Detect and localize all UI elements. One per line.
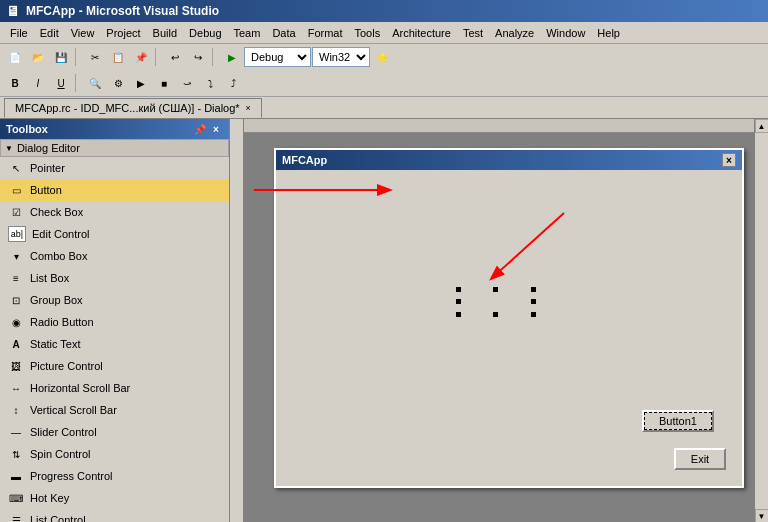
toolbox-pin-icon[interactable]: 📌 xyxy=(193,122,207,136)
tb-step-in[interactable]: ⤵ xyxy=(199,72,221,94)
menu-project[interactable]: Project xyxy=(100,25,146,41)
main-layout: Toolbox 📌 × Dialog Editor ↖ Pointer ▭ Bu… xyxy=(0,119,768,522)
toolbar-row-1: 📄 📂 💾 ✂ 📋 📌 ↩ ↪ ▶ Debug Release Win32 x6… xyxy=(0,44,768,70)
menu-file[interactable]: File xyxy=(4,25,34,41)
toolbox-item-label: Vertical Scroll Bar xyxy=(30,404,117,416)
tb-cut[interactable]: ✂ xyxy=(84,46,106,68)
exit-button[interactable]: Exit xyxy=(674,448,726,470)
canvas-wrapper[interactable]: MFCApp × xyxy=(244,119,754,522)
hot-key-icon: ⌨ xyxy=(8,490,24,506)
toolbox-item-vertical-scroll[interactable]: ↕ Vertical Scroll Bar xyxy=(0,399,229,421)
menu-architecture[interactable]: Architecture xyxy=(386,25,457,41)
menu-data[interactable]: Data xyxy=(266,25,301,41)
tb-star[interactable]: ⭐ xyxy=(371,46,393,68)
tb-new[interactable]: 📄 xyxy=(4,46,26,68)
app-icon: 🖥 xyxy=(6,3,20,19)
menu-help[interactable]: Help xyxy=(591,25,626,41)
toolbox-item-label: Check Box xyxy=(30,206,83,218)
tb-step-over[interactable]: ⤻ xyxy=(176,72,198,94)
toolbox-item-label: Edit Control xyxy=(32,228,89,240)
scroll-down-button[interactable]: ▼ xyxy=(755,509,769,522)
toolbox-item-button[interactable]: ▭ Button xyxy=(0,179,229,201)
horizontal-scroll-icon: ↔ xyxy=(8,380,24,396)
toolbox-item-checkbox[interactable]: ☑ Check Box xyxy=(0,201,229,223)
toolbox-item-horizontal-scroll[interactable]: ↔ Horizontal Scroll Bar xyxy=(0,377,229,399)
toolbox-close-icon[interactable]: × xyxy=(209,122,223,136)
toolbox-item-static-text[interactable]: A Static Text xyxy=(0,333,229,355)
edit-control-icon: ab| xyxy=(8,226,26,242)
menu-edit[interactable]: Edit xyxy=(34,25,65,41)
toolbox-item-list-control[interactable]: ☰ List Control xyxy=(0,509,229,522)
toolbox-item-list-box[interactable]: ≡ List Box xyxy=(0,267,229,289)
toolbox-item-progress-control[interactable]: ▬ Progress Control xyxy=(0,465,229,487)
horizontal-ruler xyxy=(244,119,754,133)
tb-underline[interactable]: U xyxy=(50,72,72,94)
tb-paste[interactable]: 📌 xyxy=(130,46,152,68)
toolbar-row-2: B I U 🔍 ⚙ ▶ ■ ⤻ ⤵ ⤴ xyxy=(0,70,768,96)
toolbox-item-pointer[interactable]: ↖ Pointer xyxy=(0,157,229,179)
pointer-icon: ↖ xyxy=(8,160,24,176)
menu-test[interactable]: Test xyxy=(457,25,489,41)
button1-label: Button1 xyxy=(659,415,697,427)
toolbox-item-spin-control[interactable]: ⇅ Spin Control xyxy=(0,443,229,465)
spin-control-icon: ⇅ xyxy=(8,446,24,462)
tb-redo[interactable]: ↪ xyxy=(187,46,209,68)
menu-build[interactable]: Build xyxy=(147,25,183,41)
tb-copy[interactable]: 📋 xyxy=(107,46,129,68)
tb-debug-start[interactable]: ▶ xyxy=(130,72,152,94)
tb-search[interactable]: 🔍 xyxy=(84,72,106,94)
tb-run[interactable]: ▶ xyxy=(221,46,243,68)
platform-dropdown[interactable]: Win32 x64 xyxy=(312,47,370,67)
toolbox-item-label: Spin Control xyxy=(30,448,91,460)
tb-debug-stop[interactable]: ■ xyxy=(153,72,175,94)
mfc-dialog-close-button[interactable]: × xyxy=(722,153,736,167)
toolbox-item-label: Group Box xyxy=(30,294,83,306)
button1[interactable]: Button1 xyxy=(642,410,714,432)
toolbox-item-hot-key[interactable]: ⌨ Hot Key xyxy=(0,487,229,509)
menu-team[interactable]: Team xyxy=(228,25,267,41)
vertical-ruler xyxy=(230,119,244,522)
menu-window[interactable]: Window xyxy=(540,25,591,41)
handle-bl xyxy=(456,312,461,317)
toolbox-item-label: Slider Control xyxy=(30,426,97,438)
handle-tl xyxy=(456,287,461,292)
toolbox-item-label: Horizontal Scroll Bar xyxy=(30,382,130,394)
toolbox-header: Toolbox 📌 × xyxy=(0,119,229,139)
vertical-scrollbar[interactable]: ▲ ▼ xyxy=(754,119,768,522)
toolbox: Toolbox 📌 × Dialog Editor ↖ Pointer ▭ Bu… xyxy=(0,119,230,522)
tab-dialog[interactable]: MFCApp.rc - IDD_MFC...кий (США)] - Dialo… xyxy=(4,98,262,118)
title-text: MFCApp - Microsoft Visual Studio xyxy=(26,4,219,18)
menu-analyze[interactable]: Analyze xyxy=(489,25,540,41)
handle-tr xyxy=(531,287,536,292)
toolbox-item-group-box[interactable]: ⊡ Group Box xyxy=(0,289,229,311)
tb-open[interactable]: 📂 xyxy=(27,46,49,68)
tab-close-icon[interactable]: × xyxy=(246,103,251,113)
tb-save[interactable]: 💾 xyxy=(50,46,72,68)
toolbox-item-picture-control[interactable]: 🖼 Picture Control xyxy=(0,355,229,377)
menu-view[interactable]: View xyxy=(65,25,101,41)
tb-bold[interactable]: B xyxy=(4,72,26,94)
mfc-dialog-body[interactable]: Button1 Exit xyxy=(276,170,742,486)
tb-sep-4 xyxy=(75,74,81,92)
menu-debug[interactable]: Debug xyxy=(183,25,227,41)
toolbox-item-label: Combo Box xyxy=(30,250,87,262)
editor-area: MFCApp × xyxy=(230,119,768,522)
toolbox-item-label: Button xyxy=(30,184,62,196)
toolbox-item-radio-button[interactable]: ◉ Radio Button xyxy=(0,311,229,333)
canvas-area[interactable]: MFCApp × xyxy=(244,133,754,522)
menu-tools[interactable]: Tools xyxy=(349,25,387,41)
toolbox-header-buttons: 📌 × xyxy=(193,122,223,136)
toolbox-item-slider-control[interactable]: — Slider Control xyxy=(0,421,229,443)
debug-config-dropdown[interactable]: Debug Release xyxy=(244,47,311,67)
menu-format[interactable]: Format xyxy=(302,25,349,41)
mfc-dialog-title-bar: MFCApp × xyxy=(276,150,742,170)
tb-settings[interactable]: ⚙ xyxy=(107,72,129,94)
tb-undo[interactable]: ↩ xyxy=(164,46,186,68)
toolbox-item-combo-box[interactable]: ▾ Combo Box xyxy=(0,245,229,267)
checkbox-icon: ☑ xyxy=(8,204,24,220)
toolbox-section-dialog-editor[interactable]: Dialog Editor xyxy=(0,139,229,157)
toolbox-item-edit-control[interactable]: ab| Edit Control xyxy=(0,223,229,245)
scroll-up-button[interactable]: ▲ xyxy=(755,119,769,133)
tb-italic[interactable]: I xyxy=(27,72,49,94)
tb-step-out[interactable]: ⤴ xyxy=(222,72,244,94)
